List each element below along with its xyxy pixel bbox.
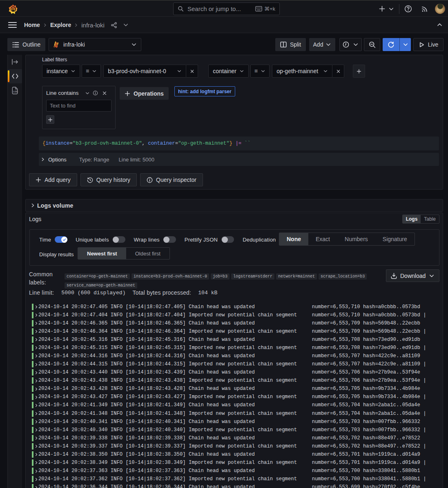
svg-text:LOG: LOG — [13, 91, 18, 93]
